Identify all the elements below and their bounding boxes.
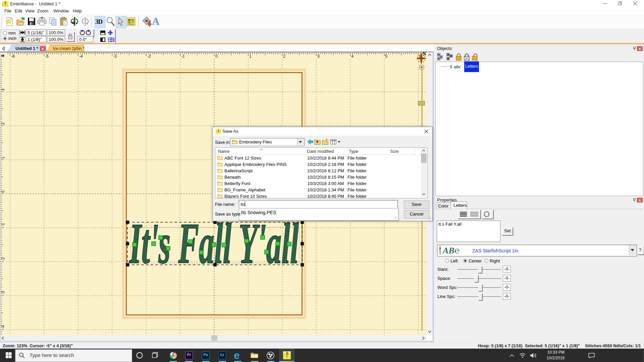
svg-text:3: 3 (1, 88, 5, 91)
svg-text:abc: abc (454, 64, 461, 69)
svg-text:2: 2 (1, 122, 5, 125)
svg-text:4: 4 (1, 54, 5, 57)
svg-text:3: 3 (317, 54, 320, 59)
svg-text:AB℮: AB℮ (442, 246, 460, 255)
svg-text:5: 5 (385, 54, 387, 59)
svg-text:-2: -2 (147, 54, 151, 59)
svg-text:1: 1 (1, 157, 5, 159)
svg-text:-4: -4 (1, 325, 5, 329)
svg-text:0: 0 (215, 54, 218, 59)
svg-text:2: 2 (283, 54, 285, 59)
svg-text:1: 1 (249, 54, 252, 59)
svg-text:-2: -2 (1, 257, 5, 261)
svg-text:-5: -5 (45, 54, 49, 59)
svg-text:-1: -1 (181, 54, 185, 59)
svg-text:-3: -3 (113, 54, 117, 59)
svg-text:0: 0 (1, 190, 5, 193)
svg-text:-3: -3 (1, 291, 5, 295)
svg-text:-6: -6 (11, 54, 15, 59)
svg-text:N: N (423, 52, 426, 57)
svg-text:-4: -4 (79, 54, 83, 59)
svg-text:4: 4 (351, 54, 354, 59)
svg-text:-1: -1 (1, 223, 5, 227)
